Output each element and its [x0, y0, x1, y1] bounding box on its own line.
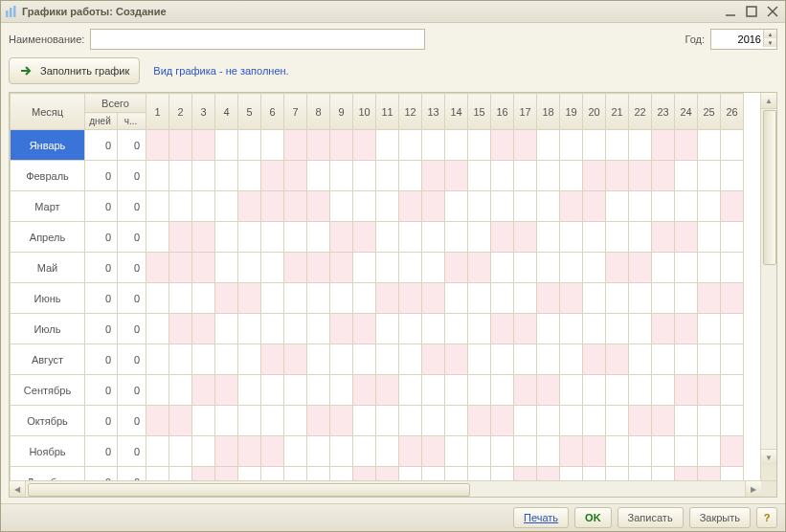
- day-cell[interactable]: [583, 161, 606, 191]
- day-header-11[interactable]: 11: [376, 94, 399, 130]
- day-cell[interactable]: [445, 314, 468, 344]
- month-cell[interactable]: Сентябрь: [11, 375, 85, 406]
- day-header-26[interactable]: 26: [721, 94, 744, 130]
- day-cell[interactable]: [353, 253, 376, 283]
- hours-cell[interactable]: 0: [118, 344, 146, 375]
- day-cell[interactable]: [445, 406, 468, 436]
- help-button[interactable]: ?: [756, 507, 777, 528]
- day-cell[interactable]: [468, 130, 491, 161]
- day-cell[interactable]: [215, 191, 238, 222]
- day-cell[interactable]: [238, 161, 261, 191]
- day-cell[interactable]: [560, 161, 583, 191]
- day-cell[interactable]: [606, 161, 629, 191]
- day-cell[interactable]: [652, 130, 675, 161]
- month-cell[interactable]: Июль: [11, 314, 85, 344]
- day-cell[interactable]: [652, 283, 675, 314]
- day-header-13[interactable]: 13: [422, 94, 445, 130]
- day-cell[interactable]: [422, 375, 445, 406]
- day-cell[interactable]: [261, 467, 284, 481]
- day-cell[interactable]: [560, 314, 583, 344]
- vertical-scroll-thumb[interactable]: [763, 110, 776, 265]
- day-cell[interactable]: [353, 436, 376, 467]
- day-cell[interactable]: [491, 436, 514, 467]
- day-cell[interactable]: [560, 375, 583, 406]
- table-row[interactable]: Ноябрь00: [11, 436, 744, 467]
- day-cell[interactable]: [284, 191, 307, 222]
- day-cell[interactable]: [537, 161, 560, 191]
- day-cell[interactable]: [330, 191, 353, 222]
- scroll-left-button[interactable]: ◀: [10, 481, 26, 497]
- day-cell[interactable]: [238, 436, 261, 467]
- day-header-20[interactable]: 20: [583, 94, 606, 130]
- day-cell[interactable]: [399, 161, 422, 191]
- fill-schedule-button[interactable]: Заполнить график: [9, 57, 140, 84]
- day-cell[interactable]: [261, 130, 284, 161]
- day-cell[interactable]: [307, 344, 330, 375]
- day-cell[interactable]: [307, 253, 330, 283]
- day-cell[interactable]: [422, 344, 445, 375]
- day-cell[interactable]: [353, 130, 376, 161]
- day-cell[interactable]: [721, 406, 744, 436]
- day-cell[interactable]: [330, 344, 353, 375]
- month-cell[interactable]: Апрель: [11, 222, 85, 253]
- day-cell[interactable]: [169, 406, 192, 436]
- table-row[interactable]: Июнь00: [11, 283, 744, 314]
- day-cell[interactable]: [399, 222, 422, 253]
- day-cell[interactable]: [422, 191, 445, 222]
- table-row[interactable]: Март00: [11, 191, 744, 222]
- day-cell[interactable]: [353, 375, 376, 406]
- day-cell[interactable]: [537, 130, 560, 161]
- table-row[interactable]: Сентябрь00: [11, 375, 744, 406]
- day-cell[interactable]: [445, 375, 468, 406]
- day-cell[interactable]: [146, 283, 169, 314]
- day-cell[interactable]: [629, 375, 652, 406]
- day-cell[interactable]: [491, 375, 514, 406]
- scroll-up-button[interactable]: ▲: [761, 93, 776, 109]
- day-cell[interactable]: [583, 467, 606, 481]
- day-cell[interactable]: [629, 161, 652, 191]
- day-cell[interactable]: [353, 283, 376, 314]
- month-cell[interactable]: Февраль: [11, 161, 85, 191]
- day-cell[interactable]: [215, 467, 238, 481]
- day-cell[interactable]: [399, 283, 422, 314]
- day-cell[interactable]: [606, 375, 629, 406]
- day-cell[interactable]: [215, 222, 238, 253]
- day-cell[interactable]: [330, 314, 353, 344]
- table-row[interactable]: Январь00: [11, 130, 744, 161]
- day-cell[interactable]: [399, 375, 422, 406]
- days-cell[interactable]: 0: [85, 191, 118, 222]
- day-cell[interactable]: [468, 314, 491, 344]
- day-cell[interactable]: [238, 130, 261, 161]
- day-cell[interactable]: [514, 161, 537, 191]
- day-cell[interactable]: [629, 467, 652, 481]
- day-cell[interactable]: [330, 375, 353, 406]
- day-cell[interactable]: [169, 436, 192, 467]
- day-cell[interactable]: [330, 161, 353, 191]
- day-cell[interactable]: [261, 222, 284, 253]
- day-cell[interactable]: [192, 253, 215, 283]
- day-cell[interactable]: [468, 161, 491, 191]
- day-cell[interactable]: [238, 344, 261, 375]
- day-cell[interactable]: [238, 314, 261, 344]
- day-cell[interactable]: [652, 344, 675, 375]
- day-header-3[interactable]: 3: [192, 94, 215, 130]
- day-cell[interactable]: [675, 191, 698, 222]
- day-header-14[interactable]: 14: [445, 94, 468, 130]
- hours-cell[interactable]: 0: [118, 253, 146, 283]
- day-cell[interactable]: [169, 467, 192, 481]
- day-cell[interactable]: [606, 130, 629, 161]
- day-cell[interactable]: [583, 222, 606, 253]
- day-cell[interactable]: [353, 406, 376, 436]
- day-cell[interactable]: [238, 375, 261, 406]
- day-cell[interactable]: [445, 467, 468, 481]
- day-cell[interactable]: [376, 283, 399, 314]
- day-cell[interactable]: [698, 436, 721, 467]
- days-cell[interactable]: 0: [85, 467, 118, 481]
- day-cell[interactable]: [445, 130, 468, 161]
- day-cell[interactable]: [629, 436, 652, 467]
- day-cell[interactable]: [376, 161, 399, 191]
- day-cell[interactable]: [560, 344, 583, 375]
- day-cell[interactable]: [215, 344, 238, 375]
- day-cell[interactable]: [652, 375, 675, 406]
- days-header[interactable]: дней: [85, 113, 118, 130]
